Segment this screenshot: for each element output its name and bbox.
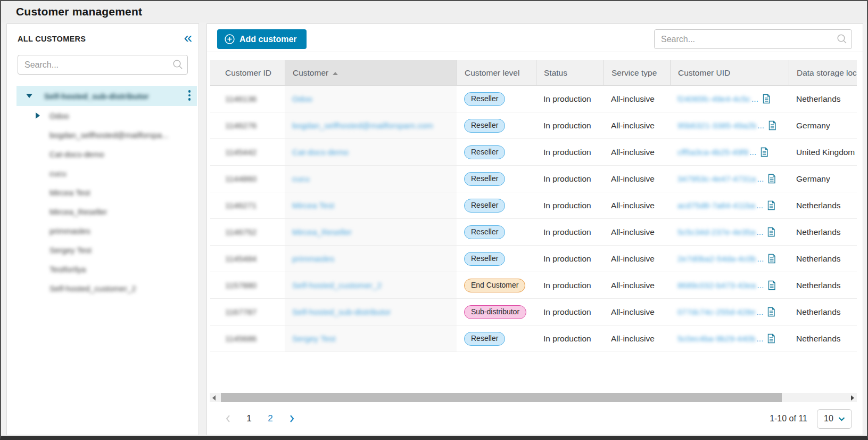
pagination-range-label: 1-10 of 11 xyxy=(770,414,807,423)
add-customer-button[interactable]: Add customer xyxy=(217,29,307,49)
status-value: In production xyxy=(543,148,591,157)
customer-id-value: 1146752 xyxy=(225,227,257,237)
column-header-data-storage[interactable]: Data storage location xyxy=(789,60,857,85)
column-header-status[interactable]: Status xyxy=(536,60,604,85)
customer-name-link[interactable]: Cat-docs-demo xyxy=(292,148,349,157)
document-copy-icon[interactable] xyxy=(766,333,776,344)
prev-page-icon[interactable] xyxy=(221,411,235,426)
document-copy-icon[interactable] xyxy=(767,120,777,131)
kebab-menu-icon[interactable] xyxy=(188,90,191,101)
document-copy-icon[interactable] xyxy=(767,173,776,184)
service-type-value: All-inclusive xyxy=(611,227,655,237)
plus-circle-icon xyxy=(225,34,235,44)
data-storage-value: Netherlands xyxy=(796,334,841,344)
sidebar-tree-item[interactable]: Self-hosted_customer_2 xyxy=(7,279,199,298)
document-copy-icon[interactable] xyxy=(767,280,776,291)
customer-uid-link[interactable]: 8689c032-b473-43ea xyxy=(677,281,756,290)
table-row: 1145442 Cat-docs-demo Reseller In produc… xyxy=(210,139,857,166)
tree-children: Odoo bogdan_selfhosted@mailforspa... Cat… xyxy=(7,106,199,298)
sidebar-title: ALL CUSTOMERS xyxy=(18,35,86,43)
sidebar-tree-item[interactable]: Cat-docs-demo xyxy=(7,144,199,164)
main-panel: Add customer Customer ID Customer Custom… xyxy=(206,23,863,435)
customer-level-badge: Reseller xyxy=(464,252,505,266)
customer-uid-link[interactable]: f24065fc-49e4-4c5c xyxy=(677,94,750,104)
search-icon xyxy=(172,59,183,72)
next-page-icon[interactable] xyxy=(285,411,299,426)
uid-ellipsis: ... xyxy=(757,281,764,290)
customer-uid-link[interactable]: cff5a3ca-4b25-49f8 xyxy=(677,148,748,157)
sidebar-tree-item[interactable]: cucu xyxy=(7,164,199,183)
data-storage-value: Netherlands xyxy=(796,94,841,104)
scrollbar-thumb[interactable] xyxy=(221,393,782,402)
customer-uid-link[interactable]: 2e7d0ba2-54da-4c0b xyxy=(677,254,756,264)
customer-name-link[interactable]: Sergey Test xyxy=(292,334,336,344)
customer-level-badge: Reseller xyxy=(464,225,505,239)
scroll-right-arrow[interactable] xyxy=(848,393,857,402)
document-copy-icon[interactable] xyxy=(762,93,771,104)
customer-level-badge: Reseller xyxy=(464,92,505,106)
tree-item-label: Sergey Test xyxy=(49,246,92,255)
table-header-row: Customer ID Customer Customer level Stat… xyxy=(210,60,857,86)
customer-id-value: 1146136 xyxy=(225,94,257,104)
sort-ascending-icon xyxy=(333,72,338,75)
sidebar-tree-item[interactable]: primmasles xyxy=(7,221,199,240)
service-type-value: All-inclusive xyxy=(611,281,655,290)
page-size-select[interactable]: 10 xyxy=(817,409,852,429)
customer-tree: Self-hosted_sub-distributor Odoo bogdan_… xyxy=(7,86,199,298)
customer-id-value: 1145442 xyxy=(225,148,257,157)
sidebar-tree-item[interactable]: Mircea Test xyxy=(7,183,199,202)
horizontal-scrollbar[interactable] xyxy=(210,393,857,402)
customer-name-link[interactable]: Self-hosted_sub-distributor xyxy=(292,307,391,317)
customer-uid-link[interactable]: 95b6321-3385-49a2b xyxy=(677,121,756,131)
sidebar-search-input[interactable] xyxy=(18,55,188,75)
column-header-customer-id[interactable]: Customer ID xyxy=(210,60,285,85)
customer-name-link[interactable]: Mircea_Reseller xyxy=(292,227,352,237)
customer-uid-link[interactable]: 5c0ec4ba-9b29-440b xyxy=(677,334,756,344)
tree-item-label: primmasles xyxy=(49,226,90,235)
collapse-sidebar-icon[interactable]: « xyxy=(184,32,192,43)
status-value: In production xyxy=(543,174,591,184)
customer-name-link[interactable]: bogdan_selfhosted@mailforspam.com xyxy=(292,121,433,131)
tree-root-selected[interactable]: Self-hosted_sub-distributor xyxy=(16,86,197,106)
service-type-value: All-inclusive xyxy=(611,334,655,344)
uid-ellipsis: ... xyxy=(757,174,764,184)
customer-id-value: 1144860 xyxy=(225,174,257,184)
customer-name-link[interactable]: cucu xyxy=(292,174,310,184)
title-bar: Customer management xyxy=(1,1,867,22)
document-copy-icon[interactable] xyxy=(766,200,776,211)
customer-uid-link[interactable]: 347953c-4e47-4731a xyxy=(677,174,756,184)
customer-name-link[interactable]: primmasles xyxy=(292,254,334,264)
sidebar-tree-item[interactable]: Sergey Test xyxy=(7,240,199,259)
customer-name-link[interactable]: Self-hosted_customer_2 xyxy=(292,281,382,290)
caret-right-icon[interactable] xyxy=(36,112,40,119)
data-storage-value: Netherlands xyxy=(796,227,841,237)
column-header-customer-level[interactable]: Customer level xyxy=(457,60,536,85)
customer-uid-link[interactable]: acd75d8-7a84-411ba xyxy=(677,201,755,210)
sidebar-tree-item[interactable]: bogdan_selfhosted@mailforspa... xyxy=(7,125,199,144)
table-search-input[interactable] xyxy=(654,29,852,49)
customer-name-link[interactable]: Mircea Test xyxy=(292,201,334,210)
document-copy-icon[interactable] xyxy=(766,306,776,317)
customer-uid-link[interactable]: 077dc74c-255d-428e xyxy=(677,307,756,317)
document-copy-icon[interactable] xyxy=(759,146,769,158)
customer-level-badge: End Customer xyxy=(464,279,525,292)
document-copy-icon[interactable] xyxy=(766,226,776,238)
column-header-customer[interactable]: Customer xyxy=(285,60,457,85)
caret-down-icon[interactable] xyxy=(26,94,32,98)
scroll-left-arrow[interactable] xyxy=(210,393,218,402)
page-number-2[interactable]: 2 xyxy=(263,411,277,426)
customer-name-link[interactable]: Odoo xyxy=(292,94,312,104)
sidebar-tree-item[interactable]: TestforIlya xyxy=(7,259,199,279)
document-copy-icon[interactable] xyxy=(767,253,776,264)
customer-id-value: 1167787 xyxy=(225,307,257,317)
customer-uid-link[interactable]: 5c5c34d-237e-4e35a xyxy=(677,227,756,237)
column-header-service-type[interactable]: Service type xyxy=(604,60,670,85)
page-number-current[interactable]: 1 xyxy=(242,411,256,426)
data-storage-value: Netherlands xyxy=(796,254,841,264)
sidebar-tree-item[interactable]: Mircea_Reseller xyxy=(7,202,199,221)
data-storage-value: Netherlands xyxy=(796,281,841,290)
sidebar-tree-item[interactable]: Odoo xyxy=(7,106,199,125)
customer-level-badge: Reseller xyxy=(464,199,505,213)
column-header-customer-uid[interactable]: Customer UID xyxy=(670,60,789,85)
tree-item-label: Cat-docs-demo xyxy=(49,150,104,159)
